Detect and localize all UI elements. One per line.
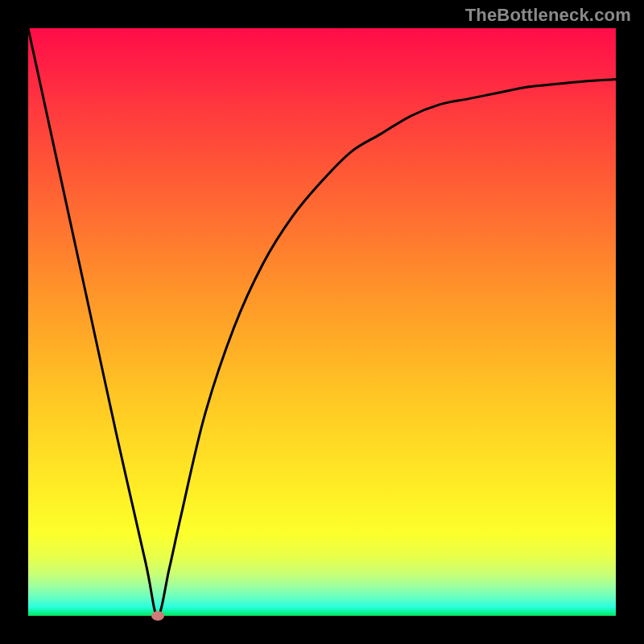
plot-area <box>28 28 616 616</box>
chart-frame: TheBottleneck.com <box>0 0 644 644</box>
curve-layer <box>28 28 616 616</box>
bottleneck-curve <box>28 28 616 616</box>
watermark-text: TheBottleneck.com <box>465 5 631 26</box>
optimal-point-marker <box>151 611 164 621</box>
